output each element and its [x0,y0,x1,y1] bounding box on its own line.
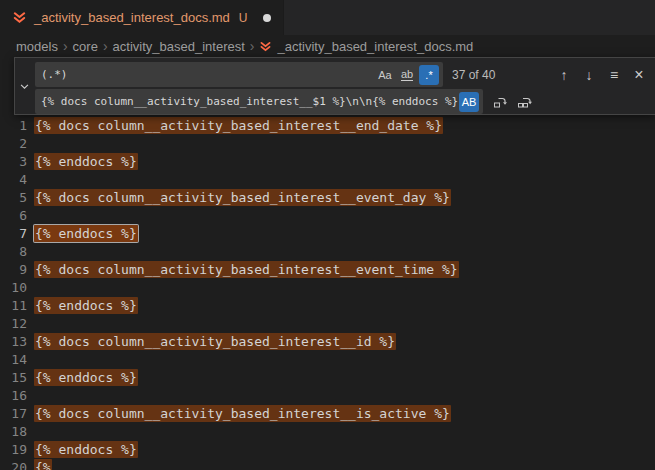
line-content: {% docs column__activity_based_interest_… [34,406,451,421]
line-content: {% enddocs %} [34,370,138,385]
editor-line[interactable]: 11{% enddocs %} [0,296,655,314]
current-find-match: {% enddocs %} [34,225,138,242]
dbt-file-icon [12,10,27,25]
arrow-up-icon: ↑ [561,67,568,83]
line-number: 16 [0,388,34,403]
line-number: 2 [0,136,34,151]
find-match: {% docs column__activity_based_interest_… [34,405,451,422]
line-content: {% enddocs %} [34,226,138,241]
editor-line[interactable]: 9{% docs column__activity_based_interest… [0,260,655,278]
find-match: {% enddocs %} [34,441,138,458]
git-status-badge: U [239,11,248,25]
breadcrumb-item[interactable]: models [16,39,58,54]
line-number: 1 [0,118,34,133]
editor-line[interactable]: 19{% enddocs %} [0,440,655,458]
close-find-button[interactable]: × [628,64,650,86]
editor-line[interactable]: 14 [0,350,655,368]
editor-line[interactable]: 12 [0,314,655,332]
editor-line[interactable]: 8 [0,242,655,260]
arrow-down-icon: ↓ [586,67,593,83]
replace-input-value: {% docs column__activity_based_interest_… [41,95,459,108]
line-number: 14 [0,352,34,367]
editor-line[interactable]: 5{% docs column__activity_based_interest… [0,188,655,206]
line-number: 12 [0,316,34,331]
line-number: 20 [0,460,34,470]
editor-line[interactable]: 18 [0,422,655,440]
line-number: 10 [0,280,34,295]
tab-filename: _activity_based_interest_docs.md [34,10,230,25]
find-replace-widget: (.*) Aa ab .* 37 of 40 ↑ ↓ ≡ × {% docs c… [14,57,655,115]
close-icon: × [634,66,643,84]
breadcrumb-item-label: core [73,39,98,54]
line-number: 17 [0,406,34,421]
editor-line[interactable]: 6 [0,206,655,224]
next-match-button[interactable]: ↓ [578,64,600,86]
line-number: 8 [0,244,34,259]
line-number: 6 [0,208,34,223]
selection-lines-icon: ≡ [610,67,618,83]
preserve-case-option[interactable]: AB [459,92,479,112]
line-number: 13 [0,334,34,349]
editor[interactable]: 1{% docs column__activity_based_interest… [0,57,655,470]
previous-match-button[interactable]: ↑ [553,64,575,86]
line-content: {% enddocs %} [34,154,138,169]
breadcrumb: models›core›activity_based_interest› _ac… [0,35,655,57]
find-in-selection-button[interactable]: ≡ [603,64,625,86]
breadcrumb-item-label: _activity_based_interest_docs.md [277,39,473,54]
line-number: 15 [0,370,34,385]
line-content: {% docs column__activity_based_interest_… [34,334,396,349]
editor-line[interactable]: 10 [0,278,655,296]
replace-all-button[interactable] [514,91,536,113]
tab-activity-based-interest-docs[interactable]: _activity_based_interest_docs.md U [0,0,284,35]
replace-input[interactable]: {% docs column__activity_based_interest_… [35,89,483,114]
find-match: {% enddocs %} [34,153,138,170]
replace-all-icon [517,94,533,110]
tab-bar: _activity_based_interest_docs.md U [0,0,655,35]
editor-line[interactable]: 1{% docs column__activity_based_interest… [0,116,655,134]
line-number: 7 [0,226,34,241]
line-number: 4 [0,172,34,187]
breadcrumb-item[interactable]: _activity_based_interest_docs.md [259,39,473,54]
line-number: 18 [0,424,34,439]
editor-line[interactable]: 15{% enddocs %} [0,368,655,386]
modified-dot-icon[interactable] [263,14,271,22]
matches-count: 37 of 40 [452,68,495,82]
line-content: {% docs column__activity_based_interest_… [34,262,459,277]
match-case-option[interactable]: Aa [375,65,395,85]
find-match: {% docs column__activity_based_interest_… [34,117,443,134]
editor-line[interactable]: 4 [0,170,655,188]
line-number: 9 [0,262,34,277]
replace-button[interactable] [489,91,511,113]
find-match: {% docs column__activity_based_interest_… [34,189,451,206]
dbt-file-icon [259,40,272,53]
replace-icon [492,94,508,110]
regex-option[interactable]: .* [419,65,439,85]
line-content: {% enddocs %} [34,298,138,313]
editor-line[interactable]: 20{% [0,458,655,470]
line-content: {% enddocs %} [34,442,138,457]
editor-line[interactable]: 17{% docs column__activity_based_interes… [0,404,655,422]
find-input[interactable]: (.*) Aa ab .* [35,62,443,87]
editor-line[interactable]: 2 [0,134,655,152]
breadcrumb-separator-icon: › [63,38,68,54]
breadcrumb-item[interactable]: core [73,39,98,54]
chevron-down-icon [19,81,30,92]
editor-line[interactable]: 13{% docs column__activity_based_interes… [0,332,655,350]
find-input-value: (.*) [41,68,375,81]
line-number: 11 [0,298,34,313]
breadcrumb-item-label: activity_based_interest [113,39,245,54]
find-match: {% docs column__activity_based_interest_… [34,333,396,350]
editor-line[interactable]: 3{% enddocs %} [0,152,655,170]
editor-lines: 1{% docs column__activity_based_interest… [0,116,655,470]
editor-line[interactable]: 7{% enddocs %} [0,224,655,242]
editor-line[interactable]: 16 [0,386,655,404]
find-match: {% docs column__activity_based_interest_… [34,261,459,278]
breadcrumb-item-label: models [16,39,58,54]
find-match: {% enddocs %} [34,297,138,314]
breadcrumb-item[interactable]: activity_based_interest [113,39,245,54]
line-content: {% docs column__activity_based_interest_… [34,190,451,205]
breadcrumb-separator-icon: › [250,38,255,54]
whole-word-option[interactable]: ab [397,65,417,85]
line-number: 3 [0,154,34,169]
toggle-replace-button[interactable] [15,58,33,114]
